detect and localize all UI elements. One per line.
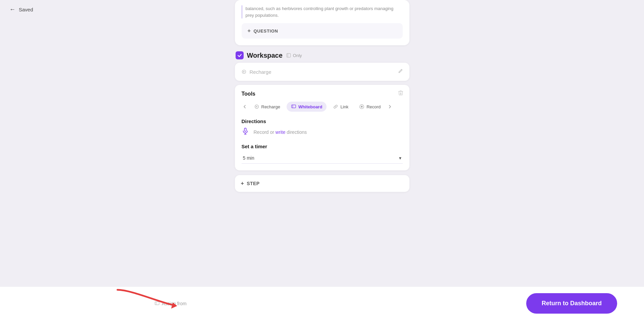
add-question-label: QUESTION [254,29,278,34]
bottom-bar: Assign from Return to Dashboard [0,286,644,320]
svg-rect-2 [292,105,296,108]
only-label: Only [293,53,302,58]
directions-label: Directions [242,118,403,124]
top-card-text: balanced, such as herbivores controlling… [242,5,403,18]
plus-icon: + [241,180,244,186]
write-link[interactable]: write [276,129,286,135]
plus-icon: + [248,28,251,34]
svg-rect-6 [244,128,246,131]
add-step-label: STEP [247,181,259,186]
workspace-checkbox[interactable] [236,51,244,59]
tools-card: Tools Recharge Whiteboard [235,85,409,170]
top-bar: ← Saved [9,6,33,13]
recharge-label: Recharge [250,69,271,75]
assign-from-label: Assign from [162,301,187,306]
chevron-down-icon: ▾ [399,155,401,161]
tool-recharge[interactable]: Recharge [250,102,285,112]
directions-text: Record or write directions [254,129,307,135]
recharge-card: Recharge [235,63,409,81]
mic-icon [242,127,249,137]
tools-next-button[interactable] [387,104,393,109]
only-badge: Only [286,53,302,58]
top-card: balanced, such as herbivores controlling… [235,0,409,45]
edit-icon[interactable] [397,68,403,75]
center-column: balanced, such as herbivores controlling… [235,0,409,199]
tools-label: Tools [242,91,403,97]
back-button[interactable]: ← [9,6,15,13]
add-question-button[interactable]: + QUESTION [242,23,403,39]
tool-link[interactable]: Link [329,102,353,112]
workspace-title: Workspace [247,52,283,59]
svg-point-5 [361,106,363,107]
tool-whiteboard-label: Whiteboard [298,104,323,109]
delete-icon[interactable] [397,90,404,98]
tool-record-label: Record [366,104,381,109]
directions-row: Record or write directions [242,127,403,137]
workspace-header: Workspace Only [235,51,409,59]
tool-link-label: Link [340,104,348,109]
assign-from: Assign from [154,301,187,306]
return-to-dashboard-button[interactable]: Return to Dashboard [526,293,617,314]
recharge-left: Recharge [241,69,271,75]
svg-rect-0 [287,53,290,57]
timer-value: 5 min [243,155,254,161]
saved-label: Saved [19,7,33,12]
tools-row: Recharge Whiteboard Link [242,102,403,112]
tool-record[interactable]: Record [355,102,385,112]
svg-rect-9 [155,302,159,305]
tool-recharge-label: Recharge [261,104,280,109]
add-step-button[interactable]: + STEP [235,175,409,192]
tools-prev-button[interactable] [242,104,248,109]
timer-select[interactable]: 5 min ▾ [242,153,403,164]
timer-label: Set a timer [242,144,403,149]
tool-whiteboard[interactable]: Whiteboard [287,102,327,112]
